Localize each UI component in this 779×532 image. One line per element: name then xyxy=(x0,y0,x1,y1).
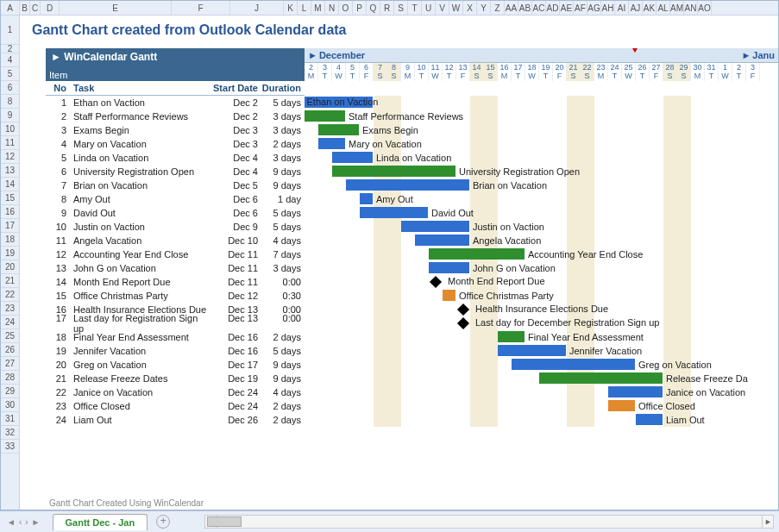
task-row[interactable]: 12Accounting Year End CloseDec 117 daysA… xyxy=(46,247,778,261)
col-header-cell[interactable]: E xyxy=(60,1,172,15)
col-header-cell[interactable]: V xyxy=(436,1,449,15)
tab-prev-icon[interactable]: ‹ xyxy=(19,517,22,527)
col-header-cell[interactable]: Y xyxy=(477,1,491,15)
row-header-cell[interactable]: 2 xyxy=(1,45,19,53)
row-header-cell[interactable]: 21 xyxy=(1,274,19,288)
row-header-cell[interactable]: 24 xyxy=(1,316,19,329)
tab-last-icon[interactable]: ► xyxy=(32,517,41,527)
gantt-bar[interactable]: Final Year End Assessment xyxy=(498,331,525,342)
gantt-bar[interactable]: Greg on Vacation xyxy=(512,359,635,370)
row-header-cell[interactable]: 22 xyxy=(1,288,19,302)
col-header-cell[interactable]: Z xyxy=(491,1,505,15)
col-header-cell[interactable]: AL xyxy=(656,1,670,15)
gantt-bar[interactable]: Exams Begin xyxy=(318,124,359,135)
col-header-cell[interactable]: AJ xyxy=(629,1,643,15)
task-row[interactable]: 11Angela VacationDec 104 daysAngela Vaca… xyxy=(46,234,778,247)
gantt-bar[interactable]: Angela Vacation xyxy=(415,235,469,246)
row-header-cell[interactable]: 27 xyxy=(1,357,19,371)
col-header-cell[interactable]: AK xyxy=(643,1,656,15)
row-header-cell[interactable]: 28 xyxy=(1,371,19,385)
col-header-cell[interactable]: AO xyxy=(698,1,712,15)
task-row[interactable]: 9David OutDec 65 daysDavid Out xyxy=(46,206,778,220)
col-header-cell[interactable]: AM xyxy=(670,1,684,15)
row-header-cell[interactable]: 30 xyxy=(1,398,19,412)
row-header-cell[interactable]: 9 xyxy=(1,109,19,122)
row-header-cell[interactable]: 25 xyxy=(1,329,19,343)
row-header-cell[interactable]: 4 xyxy=(1,53,19,67)
gantt-bar[interactable]: Office Closed xyxy=(608,400,635,411)
col-header-cell[interactable]: AN xyxy=(684,1,698,15)
row-header-cell[interactable]: 19 xyxy=(1,247,19,260)
task-row[interactable]: 13John G on VacationDec 113 daysJohn G o… xyxy=(46,261,778,275)
row-header-cell[interactable]: 13 xyxy=(1,164,19,178)
row-header-cell[interactable]: 8 xyxy=(1,95,19,109)
gantt-bar[interactable]: Ethan on Vaction xyxy=(305,97,373,108)
row-header-cell[interactable]: 17 xyxy=(1,219,19,233)
gantt-bar[interactable]: Release Freeze Da xyxy=(539,372,663,384)
row-header-cell[interactable]: 12 xyxy=(1,150,19,164)
gantt-bar[interactable]: Brian on Vacation xyxy=(346,179,469,191)
row-header-cell[interactable]: 15 xyxy=(1,191,19,205)
col-header-cell[interactable]: AB xyxy=(518,1,532,15)
gantt-bar[interactable]: Jennifer Vacation xyxy=(498,345,566,356)
col-header-cell[interactable]: U xyxy=(422,1,436,15)
task-row[interactable]: 2Staff Performance ReviewsDec 23 daysSta… xyxy=(46,110,778,123)
col-header-cell[interactable]: AI xyxy=(615,1,629,15)
row-header-cell[interactable]: 10 xyxy=(1,122,19,136)
sheet-tab[interactable]: Gantt Dec - Jan xyxy=(53,514,148,530)
gantt-bar[interactable]: University Registration Open xyxy=(332,166,455,177)
tab-first-icon[interactable]: ◄ xyxy=(7,517,16,527)
task-row[interactable]: 17Last day for Registration Sign upDec 1… xyxy=(46,316,778,330)
col-header-cell[interactable]: AD xyxy=(546,1,560,15)
col-header-cell[interactable]: AF xyxy=(574,1,587,15)
gantt-bar[interactable]: Staff Performance Reviews xyxy=(305,110,345,122)
task-row[interactable]: 8Amy OutDec 61 dayAmy Out xyxy=(46,192,778,206)
row-header-cell[interactable]: 16 xyxy=(1,205,19,219)
gantt-bar[interactable]: Accounting Year End Close xyxy=(429,248,525,260)
col-header-cell[interactable]: P xyxy=(353,1,367,15)
row-header-cell[interactable]: 5 xyxy=(1,67,19,81)
row-header-cell[interactable]: 14 xyxy=(1,178,19,191)
task-row[interactable]: 7Brian on VacationDec 59 daysBrian on Va… xyxy=(46,178,778,192)
task-row[interactable]: 21Release Freeze DatesDec 199 daysReleas… xyxy=(46,372,778,385)
gantt-bar[interactable]: Liam Out xyxy=(636,414,663,425)
col-header-cell[interactable]: J xyxy=(230,1,284,15)
col-header-cell[interactable]: F xyxy=(172,1,230,15)
task-row[interactable]: 5Linda on VacationDec 43 daysLinda on Va… xyxy=(46,151,778,165)
col-header-cell[interactable]: AA xyxy=(505,1,518,15)
gantt-bar[interactable]: Janice on Vacation xyxy=(608,386,663,397)
task-row[interactable]: 23Office ClosedDec 242 daysOffice Closed xyxy=(46,399,778,413)
col-header-cell[interactable]: S xyxy=(394,1,408,15)
gantt-bar[interactable]: Amy Out xyxy=(360,193,373,204)
gantt-bar[interactable]: John G on Vacation xyxy=(429,262,469,273)
tab-next-icon[interactable]: › xyxy=(25,517,28,527)
col-header-cell[interactable]: M xyxy=(311,1,325,15)
col-header-cell[interactable]: N xyxy=(325,1,339,15)
task-row[interactable]: 6University Registration OpenDec 49 days… xyxy=(46,165,778,178)
row-header-cell[interactable]: 29 xyxy=(1,385,19,398)
task-row[interactable]: 1Ethan on VactionDec 25 daysEthan on Vac… xyxy=(46,96,778,110)
task-row[interactable]: 24Liam OutDec 262 daysLiam Out xyxy=(46,413,778,427)
col-header-cell[interactable]: AG xyxy=(587,1,601,15)
col-header-cell[interactable]: Q xyxy=(367,1,380,15)
col-header-cell[interactable]: AE xyxy=(560,1,574,15)
gantt-bar[interactable]: Linda on Vacation xyxy=(332,152,373,163)
col-header-cell[interactable]: C xyxy=(30,1,41,15)
add-sheet-button[interactable]: + xyxy=(156,515,170,529)
task-row[interactable]: 3Exams BeginDec 33 daysExams Begin xyxy=(46,123,778,137)
col-header-cell[interactable]: D xyxy=(41,1,60,15)
gantt-bar[interactable]: Office Christmas Party xyxy=(443,290,455,301)
task-row[interactable]: 4Mary on VacationDec 32 daysMary on Vaca… xyxy=(46,137,778,151)
col-header-cell[interactable]: K xyxy=(284,1,298,15)
task-row[interactable]: 14Month End Report DueDec 110:00Month En… xyxy=(46,275,778,289)
col-header-cell[interactable]: W xyxy=(449,1,463,15)
task-row[interactable]: 18Final Year End AssessmentDec 162 daysF… xyxy=(46,330,778,344)
col-header-cell[interactable]: L xyxy=(298,1,311,15)
row-header-cell[interactable]: 32 xyxy=(1,426,19,440)
gantt-bar[interactable]: David Out xyxy=(360,207,428,218)
row-header-cell[interactable]: 11 xyxy=(1,136,19,150)
gantt-bar[interactable]: Justin on Vaction xyxy=(401,221,469,232)
row-header-cell[interactable]: 23 xyxy=(1,302,19,316)
row-header-cell[interactable]: 18 xyxy=(1,233,19,247)
scroll-right-icon[interactable]: ► xyxy=(762,516,774,528)
